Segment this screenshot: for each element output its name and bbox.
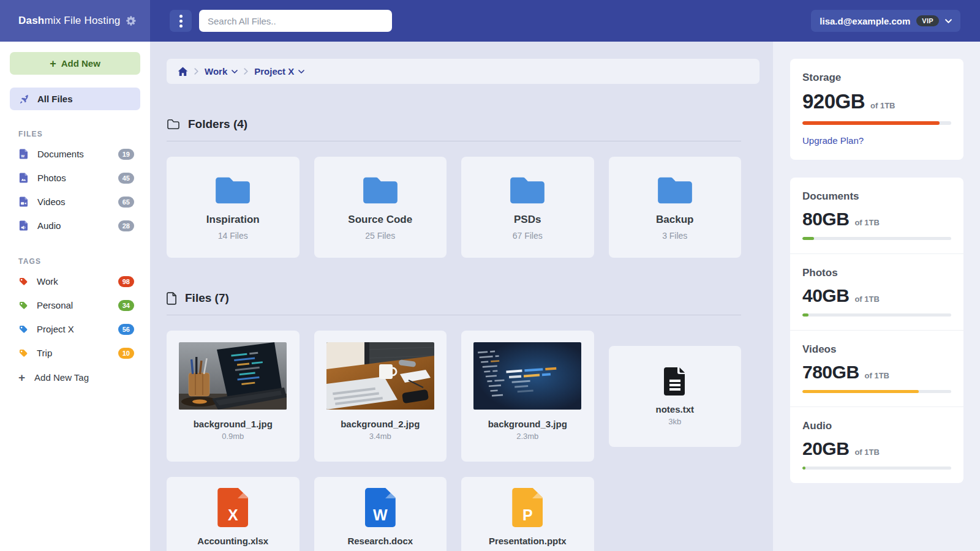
app-title-bold: Dash <box>18 15 44 26</box>
storage-value: 920GB <box>802 90 865 113</box>
sidebar-tag-label: Personal <box>37 300 110 310</box>
file-name: Research.docx <box>347 536 413 546</box>
brand-area: Dashmix File Hosting <box>0 0 150 42</box>
sidebar-item-label: Videos <box>37 197 110 207</box>
file-card-research-docx[interactable]: W Research.docx <box>314 477 447 551</box>
more-options-button[interactable] <box>170 10 192 32</box>
sidebar-tag-trip[interactable]: Trip 10 <box>10 341 140 365</box>
storage-of: of 1TB <box>870 101 895 110</box>
file-name: background_2.jpg <box>314 419 447 429</box>
file-card-notes-txt[interactable]: notes.txt 3kb <box>609 346 742 447</box>
file-name: Presentation.pptx <box>489 536 567 546</box>
image-thumbnail <box>179 342 287 410</box>
stat-of: of 1TB <box>865 371 889 380</box>
sidebar-item-photos[interactable]: Photos 45 <box>10 166 140 190</box>
storage-stat-audio: Audio 20GB of 1TB <box>790 407 963 483</box>
file-name: Accounting.xlsx <box>197 536 268 546</box>
sidebar-item-audio[interactable]: Audio 28 <box>10 214 140 238</box>
add-new-tag-button[interactable]: + Add New Tag <box>10 365 140 389</box>
chevron-down-icon <box>232 70 238 73</box>
divider <box>167 315 741 315</box>
add-new-tag-label: Add New Tag <box>34 372 89 383</box>
folder-card-inspiration[interactable]: Inspiration 14 Files <box>167 157 300 258</box>
sidebar-tag-personal[interactable]: Personal 34 <box>10 293 140 317</box>
count-badge: 19 <box>118 149 134 160</box>
top-bar-main: lisa.d@example.com VIP <box>150 0 980 42</box>
file-name: notes.txt <box>655 404 694 414</box>
app-title: Dashmix File Hosting <box>18 15 123 27</box>
sidebar-item-all-files[interactable]: All Files <box>10 88 140 110</box>
count-badge: 10 <box>118 348 134 359</box>
sidebar-item-videos[interactable]: Videos 65 <box>10 190 140 214</box>
files-grid: background_1.jpg 0.9mb <box>167 331 741 551</box>
file-card-background-1[interactable]: background_1.jpg 0.9mb <box>167 331 300 462</box>
folder-outline-icon <box>167 119 180 130</box>
folder-meta: 67 Files <box>513 231 543 241</box>
tags-section-label: TAGS <box>18 257 140 266</box>
file-card-presentation-pptx[interactable]: P Presentation.pptx <box>461 477 594 551</box>
stat-progress-track <box>802 467 951 470</box>
document-file-icon: w <box>18 149 29 159</box>
file-outline-icon <box>167 292 177 305</box>
sidebar-item-label: Documents <box>37 149 110 159</box>
count-badge: 98 <box>118 276 134 287</box>
storage-stat-videos: Videos 780GB of 1TB <box>790 331 963 407</box>
file-size: 3kb <box>668 417 681 426</box>
file-card-background-2[interactable]: background_2.jpg 3.4mb <box>314 331 447 462</box>
sidebar-item-label: Audio <box>37 220 110 231</box>
folder-icon <box>361 174 400 206</box>
count-badge: 34 <box>118 300 134 311</box>
file-name: background_3.jpg <box>461 419 594 429</box>
files-section-header: Files (7) <box>167 291 760 305</box>
sidebar-tag-label: Trip <box>37 348 110 358</box>
folder-meta: 14 Files <box>218 231 248 241</box>
breadcrumb-separator <box>244 68 248 75</box>
search-input[interactable] <box>199 10 392 32</box>
sidebar-item-label: Photos <box>37 173 110 183</box>
folder-card-backup[interactable]: Backup 3 Files <box>609 157 742 258</box>
file-card-accounting-xlsx[interactable]: X Accounting.xlsx <box>167 477 300 551</box>
all-files-label: All Files <box>37 94 73 104</box>
upgrade-plan-link[interactable]: Upgrade Plan? <box>802 135 864 146</box>
stat-progress-track <box>802 237 951 240</box>
folder-icon <box>213 174 252 206</box>
stat-value: 780GB <box>802 362 859 383</box>
stat-progress-track <box>802 390 951 393</box>
stat-progress-fill <box>802 237 814 240</box>
text-file-icon <box>662 366 688 397</box>
stat-progress-fill <box>802 313 809 317</box>
powerpoint-file-icon: P <box>512 488 543 527</box>
image-thumbnail <box>473 342 581 410</box>
sidebar-tag-project-x[interactable]: Project X 56 <box>10 317 140 341</box>
folders-section-header: Folders (4) <box>167 118 760 131</box>
breadcrumb-item-work[interactable]: Work <box>205 66 238 77</box>
breadcrumb-item-project-x[interactable]: Project X <box>254 66 304 77</box>
stat-progress-fill <box>802 390 919 393</box>
plus-icon: + <box>50 58 56 69</box>
file-hosting-app: Dashmix File Hosting lisa.d@example.com … <box>0 0 980 551</box>
add-new-button[interactable]: + Add New <box>10 52 140 75</box>
audio-file-icon <box>18 220 29 231</box>
user-email: lisa.d@example.com <box>820 16 910 26</box>
excel-file-icon: X <box>217 488 248 527</box>
svg-text:w: w <box>21 154 25 158</box>
count-badge: 28 <box>118 220 134 231</box>
settings-gear-icon[interactable] <box>123 13 138 28</box>
stat-of: of 1TB <box>854 448 879 457</box>
sidebar-tag-work[interactable]: Work 98 <box>10 269 140 293</box>
sidebar-item-documents[interactable]: w Documents 19 <box>10 142 140 166</box>
stat-value: 20GB <box>802 438 849 459</box>
folder-card-psds[interactable]: PSDs 67 Files <box>461 157 594 258</box>
chevron-down-icon <box>945 19 952 23</box>
user-menu-button[interactable]: lisa.d@example.com VIP <box>811 10 960 32</box>
file-card-background-3[interactable]: background_3.jpg 2.3mb <box>461 331 594 462</box>
storage-card: Storage 920GB of 1TB Upgrade Plan? <box>790 59 963 160</box>
storage-title: Storage <box>802 72 951 84</box>
breadcrumb-home[interactable] <box>178 67 188 77</box>
storage-stat-photos: Photos 40GB of 1TB <box>790 254 963 331</box>
plus-icon: + <box>18 372 25 383</box>
storage-progress-fill <box>802 121 940 125</box>
stat-value: 40GB <box>802 285 849 306</box>
folder-card-source-code[interactable]: Source Code 25 Files <box>314 157 447 258</box>
tag-icon <box>18 301 28 310</box>
